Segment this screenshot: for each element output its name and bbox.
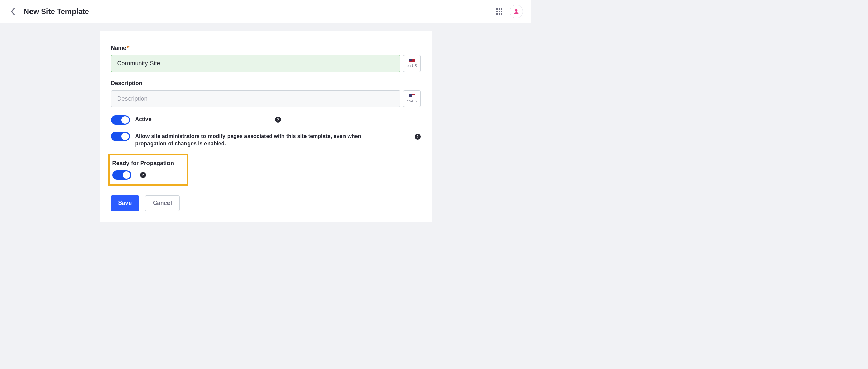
form-panel: Name* en-US Description en-US <box>100 31 432 222</box>
active-label: Active <box>135 115 270 122</box>
active-toggle-row: Active ? <box>111 115 421 125</box>
apps-menu-button[interactable] <box>495 7 504 16</box>
svg-rect-0 <box>496 8 498 10</box>
allow-modify-help-icon[interactable]: ? <box>415 134 421 140</box>
description-field-row: en-US <box>111 90 421 107</box>
locale-code: en-US <box>407 64 417 68</box>
topbar: New Site Template <box>0 0 531 23</box>
chevron-left-icon <box>11 8 15 15</box>
svg-rect-7 <box>499 13 500 15</box>
svg-rect-4 <box>499 11 500 12</box>
allow-modify-label: Allow site administrators to modify page… <box>135 132 386 147</box>
save-button[interactable]: Save <box>111 195 139 211</box>
svg-rect-3 <box>496 11 498 12</box>
description-input[interactable] <box>111 90 400 107</box>
propagation-highlight-box: Ready for Propagation ? <box>108 154 188 186</box>
cancel-button[interactable]: Cancel <box>145 195 180 211</box>
svg-rect-5 <box>501 11 502 12</box>
allow-modify-toggle[interactable] <box>111 132 130 141</box>
required-star: * <box>127 45 130 51</box>
svg-rect-8 <box>501 13 502 15</box>
svg-rect-6 <box>496 13 498 15</box>
propagation-help-icon[interactable]: ? <box>140 172 146 178</box>
svg-point-9 <box>515 9 518 12</box>
name-input[interactable] <box>111 55 400 72</box>
name-field-group: Name* en-US <box>111 45 421 72</box>
page-title: New Site Template <box>24 7 89 16</box>
name-label-text: Name <box>111 45 126 51</box>
allow-modify-toggle-row: Allow site administrators to modify page… <box>111 132 421 147</box>
back-button[interactable] <box>8 7 18 16</box>
flag-us-icon <box>409 94 415 98</box>
topbar-left: New Site Template <box>8 7 89 16</box>
active-toggle[interactable] <box>111 115 130 125</box>
active-help-icon[interactable]: ? <box>275 117 281 123</box>
description-locale-button[interactable]: en-US <box>403 90 421 107</box>
svg-rect-2 <box>501 8 502 10</box>
content-area: Name* en-US Description en-US <box>0 23 531 230</box>
locale-code: en-US <box>407 99 417 103</box>
description-field-group: Description en-US <box>111 80 421 107</box>
propagation-toggle[interactable] <box>112 170 131 180</box>
propagation-toggle-row: ? <box>112 170 182 180</box>
topbar-right <box>495 5 523 18</box>
description-label: Description <box>111 80 421 87</box>
svg-rect-1 <box>499 8 500 10</box>
name-locale-button[interactable]: en-US <box>403 55 421 72</box>
button-row: Save Cancel <box>111 195 421 211</box>
name-label: Name* <box>111 45 421 52</box>
name-field-row: en-US <box>111 55 421 72</box>
user-avatar[interactable] <box>510 5 523 18</box>
propagation-label: Ready for Propagation <box>112 160 182 167</box>
user-icon <box>513 8 520 15</box>
flag-us-icon <box>409 59 415 63</box>
grid-icon <box>496 8 502 15</box>
